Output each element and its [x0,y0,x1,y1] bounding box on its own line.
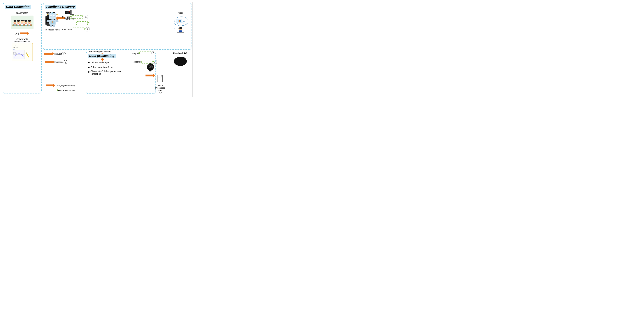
svg-point-14 [21,20,24,21]
response-label-1: Response [62,28,72,31]
svg-point-13 [17,20,20,22]
svg-point-68 [175,27,176,28]
store-data-area: Store Processed Data F [156,75,165,95]
svg-text:-(-x²-2.5): -(-x²-2.5) [13,47,18,48]
svg-rect-75 [180,20,181,22]
svg-point-12 [14,20,16,22]
legend-post-label: Post(Synchronous) [58,89,76,92]
svg-point-15 [24,20,27,22]
svg-text:b=(2.2): b=(2.2) [13,52,16,53]
svg-rect-80 [177,32,184,33]
classmates-label: Classmates [16,12,28,14]
svg-point-16 [28,20,31,22]
svg-rect-62 [53,25,55,27]
svg-rect-19 [21,25,23,26]
arrow-request-1 [71,15,82,19]
answer-label: Answer with Self-Explanations [14,38,30,43]
document-icon [157,75,164,84]
user-illustration [172,15,190,31]
connector-d: D [62,52,66,55]
classmates-illustration [11,16,34,29]
user-label: User [178,12,183,14]
svg-rect-73 [178,20,178,22]
de-connector-area: Request D Response E [44,52,67,64]
svg-text:(2.5): (2.5) [13,49,16,50]
data-processing-title: Data processing [88,54,116,58]
svg-rect-20 [25,25,27,26]
data-collection-title: Data Collection [5,5,31,9]
svg-point-63 [51,12,54,14]
connector-a: A [15,32,19,35]
arrow-response-1 [73,28,84,31]
svg-rect-45 [49,13,56,20]
main-diagram: Data Collection Classmates [2,2,192,97]
bullet-1-icon: ● [88,61,90,64]
feedback-delivery-title: Feedback Delivery [45,5,76,9]
svg-point-60 [52,21,53,23]
feedback-db-label: Feedback DB [173,52,188,55]
connector-f: F [158,92,162,95]
svg-rect-18 [18,25,20,26]
store-data-label: Store Processed Data [156,84,165,92]
arrow-a-to-db [20,32,29,35]
bullet-2-icon: ● [88,65,90,69]
legend-section: Pre(Asynchronous) Post(Synchronous) [43,80,84,96]
response-label-e: Response [54,61,64,63]
svg-rect-61 [50,25,52,27]
request-label-1: Request [62,16,70,18]
arrow-response-unlabeled [76,21,88,25]
bullet-3-label: Classmates' Self-explanations Reference [90,70,121,75]
svg-point-48 [51,16,52,16]
svg-rect-72 [176,21,178,22]
feedback-delivery-section: Feedback Delivery [43,3,192,50]
legend-post-arrow [46,89,57,92]
legend-pre-arrow [46,84,55,87]
svg-point-98 [177,57,184,62]
arrow-response-e [44,60,54,64]
connector-e: E [64,60,67,64]
bullet-3-icon: ● [88,70,90,74]
legend-pre-label: Pre(Asynchronous) [57,84,74,87]
svg-point-49 [54,16,54,16]
svg-text:-4x²+4x+1: -4x²+4x+1 [13,45,18,47]
answer-illustration: -4x²+4x+1 -(-x²-2.5) (2.5) b=(2.2) 相=(2,… [12,43,33,61]
num-1: 1 [84,15,88,19]
svg-rect-74 [179,20,180,22]
feedback-db-icon [173,55,188,67]
data-collection-section: Data Collection Classmates [3,3,42,94]
arrow-request-d [44,52,54,56]
bullet-2-label: Self-explanation Score [90,66,113,69]
data-processing-section: Data processing ● Tailored Messages ● Se… [86,52,156,94]
svg-rect-56 [46,20,49,22]
svg-point-69 [174,28,175,29]
svg-point-67 [177,23,184,26]
svg-text:相=(2,2): 相=(2,2) [13,53,17,54]
svg-rect-79 [178,28,180,29]
svg-rect-21 [28,25,30,26]
bullet-1-label: Tailored Messages [90,61,110,64]
feedback-db-area: Feedback DB [173,52,188,67]
svg-rect-17 [14,25,16,26]
request-label-d: Request [54,53,62,55]
feedback-agent-icon [46,12,60,28]
svg-rect-55 [52,19,54,21]
feedback-agent-label: Feedback Agent [45,29,60,31]
